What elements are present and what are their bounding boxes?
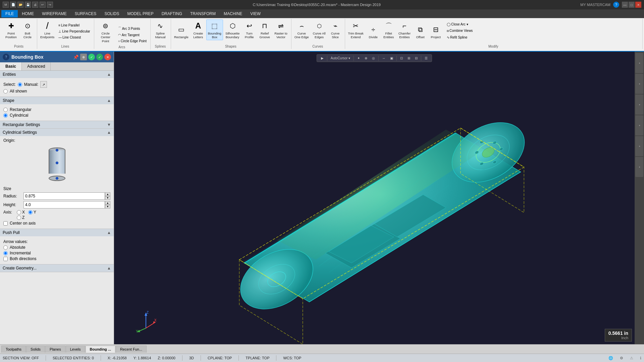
curve-one-edge-button[interactable]: ⌢ CurveOne Edge: [293, 19, 311, 40]
both-directions-checkbox[interactable]: [3, 257, 8, 261]
arc-3-points-button[interactable]: ⌒ Arc 3 Points: [116, 25, 148, 32]
axis-y-radio[interactable]: [28, 210, 33, 215]
circle-center-point-button[interactable]: ⊚ CircleCenter Point: [96, 19, 116, 44]
origin-dot-bottom[interactable]: [56, 177, 58, 180]
rectangle-button[interactable]: ▭ Rectangle: [172, 23, 190, 40]
curve-all-edges-button[interactable]: ⬡ Curve AllEdges: [311, 19, 327, 40]
raster-to-vector-button[interactable]: ⇌ Raster toVector: [273, 19, 289, 40]
spline-manual-button[interactable]: ∿ SplineManual: [152, 19, 169, 40]
turn-profile-button[interactable]: ↩ TurnProfile: [242, 19, 257, 40]
absolute-radio[interactable]: [3, 245, 8, 250]
vt-select-button[interactable]: ⊡: [398, 55, 405, 61]
push-pull-header[interactable]: Push Pull ▲: [0, 229, 114, 236]
menu-home[interactable]: HOME: [18, 10, 38, 17]
tab-advanced[interactable]: Advanced: [22, 62, 51, 70]
menu-transform[interactable]: TRANSFORM: [186, 10, 220, 17]
bottom-tab-planes[interactable]: Planes: [45, 346, 65, 353]
vt-autocursor-button[interactable]: AutoCursor ▾: [329, 55, 352, 61]
origin-dot-top[interactable]: [56, 149, 58, 152]
print-btn[interactable]: 🖨: [32, 2, 38, 8]
vt-menu-button[interactable]: ☰: [423, 55, 430, 61]
vt-snap-button[interactable]: ↔: [380, 55, 387, 61]
bottom-tab-bounding[interactable]: Bounding ...: [86, 346, 116, 353]
right-tab-4[interactable]: +: [635, 115, 643, 135]
help-icon[interactable]: ?: [613, 2, 619, 8]
offset-button[interactable]: ⧉ Offset: [413, 23, 428, 40]
cylindrical-radio[interactable]: [3, 113, 8, 118]
right-tab-5[interactable]: +: [635, 136, 643, 156]
menu-wireframe[interactable]: WIREFRAME: [38, 10, 70, 17]
height-up-spinner[interactable]: ▲: [105, 201, 110, 205]
height-down-spinner[interactable]: ▼: [105, 205, 110, 208]
menu-model-prep[interactable]: MODEL PREP: [123, 10, 157, 17]
axis-x-radio[interactable]: [17, 210, 21, 215]
curve-slice-button[interactable]: ⌁ CurveSlice: [328, 19, 343, 40]
cylindrical-settings-header[interactable]: Cylindrical Settings ▲: [0, 129, 114, 136]
vt-add-button[interactable]: ⊞: [406, 55, 412, 61]
origin-dot-middle[interactable]: [56, 162, 58, 164]
vt-grid-button[interactable]: ▣: [388, 55, 395, 61]
incremental-label[interactable]: Incremental: [10, 251, 31, 255]
both-directions-label[interactable]: Both directions: [10, 256, 36, 261]
bottom-tab-recent[interactable]: Recent Fun...: [116, 346, 147, 353]
silhouette-boundary-button[interactable]: ⬡ SilhouetteBoundary: [224, 19, 241, 40]
vt-remove-button[interactable]: ⊟: [413, 55, 420, 61]
vt-zoom-button[interactable]: ⊕: [363, 55, 369, 61]
trim-break-extend-button[interactable]: ✂ Trim BreakExtend: [346, 19, 365, 40]
chamfer-entities-button[interactable]: ⌐ ChamferEntities: [397, 19, 412, 40]
circle-edge-point-button[interactable]: ○ Circle Edge Point: [116, 38, 148, 44]
rectangular-label[interactable]: Rectangular: [10, 107, 32, 112]
height-input[interactable]: [23, 201, 105, 208]
vt-star-button[interactable]: ✦: [355, 55, 362, 61]
axis-x-label[interactable]: X: [22, 210, 25, 215]
radius-down-spinner[interactable]: ▼: [105, 196, 110, 200]
relief-groove-button[interactable]: ⊓ ReliefGroove: [257, 19, 272, 40]
panel-help-button[interactable]: ?: [3, 54, 9, 60]
open-btn[interactable]: 📂: [17, 2, 23, 8]
close-button[interactable]: ✕: [635, 2, 641, 8]
bottom-tab-solids[interactable]: Solids: [26, 346, 45, 353]
menu-view[interactable]: VIEW: [246, 10, 265, 17]
new-btn[interactable]: 📄: [10, 2, 16, 8]
fillet-entities-button[interactable]: ⌒ FilletEntities: [381, 19, 396, 40]
menu-surfaces[interactable]: SURFACES: [71, 10, 101, 17]
project-button[interactable]: ⊟ Project: [428, 23, 443, 40]
center-on-axis-checkbox[interactable]: [3, 221, 8, 226]
arc-tangent-button[interactable]: ◠ Arc Tangent: [116, 32, 148, 38]
shape-section-header[interactable]: Shape ▲: [0, 97, 114, 104]
settings-icon[interactable]: ⚙: [620, 356, 623, 360]
line-perpendicular-button[interactable]: ⊥ Line Perpendicular: [57, 28, 92, 34]
menu-solids[interactable]: SOLIDS: [100, 10, 123, 17]
save-btn[interactable]: 💾: [25, 2, 31, 8]
axis-z-radio[interactable]: [17, 216, 21, 220]
menu-machine[interactable]: MACHINE: [220, 10, 246, 17]
create-geometry-header[interactable]: Create Geometry... ▲: [0, 264, 114, 272]
line-parallel-button[interactable]: ≡ Line Parallel: [57, 22, 92, 28]
undo-btn[interactable]: ↩: [40, 2, 46, 8]
bottom-tab-toolpaths[interactable]: Toolpaths: [1, 346, 26, 353]
axis-z-label[interactable]: Z: [22, 215, 24, 220]
panel-close-button[interactable]: ✕: [104, 54, 111, 60]
bolt-circle-button[interactable]: ⊙ BoltCircle: [20, 19, 35, 40]
minimize-button[interactable]: —: [622, 2, 628, 8]
divide-button[interactable]: ÷ Divide: [366, 23, 381, 40]
panel-ok-button[interactable]: ✓: [88, 54, 95, 60]
radius-input[interactable]: [23, 192, 105, 200]
viewport[interactable]: ▶ AutoCursor ▾ ✦ ⊕ ◎ ↔ ▣ ⊡ ⊞ ⊟ ☰: [114, 52, 635, 344]
radius-up-spinner[interactable]: ▲: [105, 192, 110, 196]
right-tab-6[interactable]: +: [635, 157, 643, 177]
panel-pin-button[interactable]: 📌: [73, 54, 79, 60]
right-tab-1[interactable]: +: [635, 53, 643, 73]
rectangular-settings-header[interactable]: Rectangular Settings ▼: [0, 121, 114, 128]
line-endpoints-button[interactable]: / LineEndpoints: [39, 19, 56, 40]
menu-file[interactable]: FILE: [1, 10, 18, 17]
point-position-button[interactable]: ✚ PointPosition: [3, 19, 19, 40]
maximize-button[interactable]: □: [629, 2, 635, 8]
axis-y-label[interactable]: Y: [34, 210, 36, 215]
right-tab-3[interactable]: +: [635, 95, 643, 115]
cylindrical-label[interactable]: Cylindrical: [10, 113, 28, 118]
absolute-label[interactable]: Absolute: [10, 245, 25, 250]
center-on-axis-label[interactable]: Center on axis: [10, 221, 36, 226]
incremental-radio[interactable]: [3, 251, 8, 255]
rectangular-radio[interactable]: [3, 108, 8, 112]
